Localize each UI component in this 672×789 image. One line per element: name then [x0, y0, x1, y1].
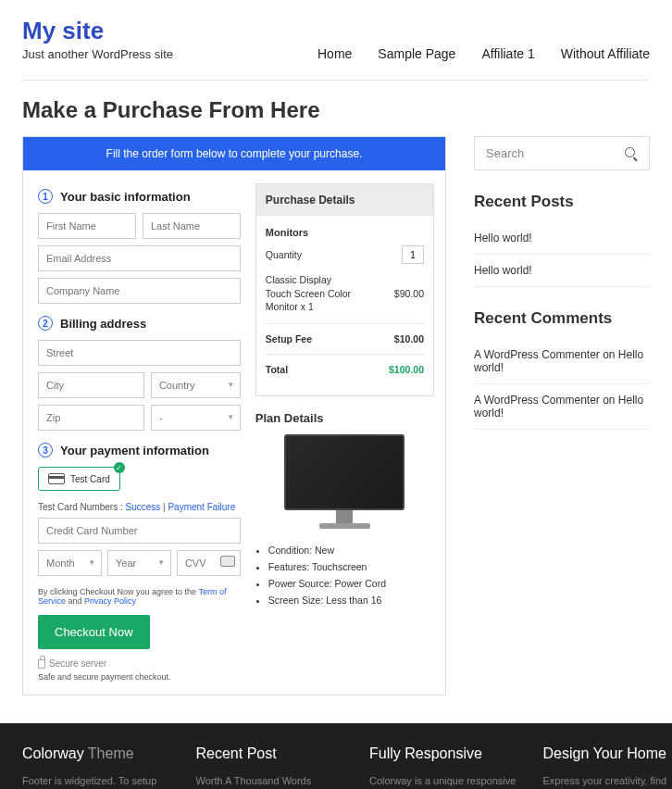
- basic-info-heading: Your basic information: [60, 190, 191, 204]
- product-group: Monitors: [266, 227, 424, 238]
- privacy-link[interactable]: Privacy Policy: [84, 596, 136, 606]
- footer: Colorway Theme Footer is widgetized. To …: [0, 723, 672, 789]
- safe-text: Safe and secure payment checkout.: [38, 672, 241, 682]
- recent-posts-heading: Recent Posts: [474, 193, 650, 211]
- email-input[interactable]: [38, 245, 241, 271]
- purchase-heading: Purchase Details: [256, 184, 433, 216]
- footer-col-text: Footer is widgetized. To setup the foote…: [22, 773, 174, 789]
- checkout-panel: Fill the order form below to complete yo…: [22, 136, 446, 695]
- footer-col-title: Fully Responsive: [369, 745, 521, 762]
- quantity-input[interactable]: [402, 245, 424, 264]
- legal-text: By clicking Checkout Now you agree to th…: [38, 587, 241, 606]
- recent-comment: A WordPress Commenter on Hello world!: [474, 384, 650, 430]
- bullet: Screen Size: Less than 16: [268, 593, 434, 609]
- first-name-input[interactable]: [38, 213, 136, 239]
- test-card-label: Test Card: [70, 474, 110, 484]
- comment-author-link[interactable]: A WordPress Commenter: [474, 348, 600, 361]
- step-3-icon: 3: [38, 443, 53, 457]
- search-icon[interactable]: [625, 147, 638, 160]
- quantity-label: Quantity: [266, 249, 302, 260]
- bullet: Features: Touchscreen: [268, 559, 434, 576]
- nav-affiliate-1[interactable]: Affiliate 1: [481, 46, 534, 61]
- nav-sample-page[interactable]: Sample Page: [378, 46, 455, 61]
- footer-col-title: Colorway: [22, 745, 84, 761]
- recent-comments-heading: Recent Comments: [474, 309, 650, 328]
- credit-card-input[interactable]: [38, 518, 241, 544]
- recent-post-link[interactable]: Hello world!: [474, 264, 532, 277]
- nav-home[interactable]: Home: [317, 46, 352, 61]
- success-link[interactable]: Success: [125, 502, 160, 512]
- checkout-banner: Fill the order form below to complete yo…: [23, 137, 445, 170]
- bullet: Condition: New: [268, 543, 434, 559]
- lock-icon: [38, 659, 45, 669]
- city-input[interactable]: [38, 372, 144, 398]
- last-name-input[interactable]: [143, 213, 241, 239]
- month-select[interactable]: [38, 550, 102, 576]
- footer-col-title: Recent Post: [196, 745, 348, 762]
- plan-heading: Plan Details: [255, 411, 434, 425]
- failure-link[interactable]: Payment Failure: [168, 502, 235, 512]
- site-tagline: Just another WordPress site: [22, 47, 173, 61]
- state-select[interactable]: [151, 405, 241, 431]
- setup-price: $10.00: [394, 333, 424, 344]
- checkout-button[interactable]: Checkout Now: [38, 615, 150, 649]
- comment-author-link[interactable]: A WordPress Commenter: [474, 394, 600, 407]
- recent-comment: A WordPress Commenter on Hello world!: [474, 339, 650, 384]
- nav-without-affiliate[interactable]: Without Affiliate: [561, 46, 650, 61]
- product-image: [284, 434, 404, 532]
- step-2-icon: 2: [38, 316, 53, 331]
- site-title[interactable]: My site: [22, 17, 173, 45]
- setup-label: Setup Fee: [266, 333, 312, 344]
- street-input[interactable]: [38, 340, 241, 366]
- page-title: Make a Purchase From Here: [0, 97, 672, 136]
- search-input[interactable]: Search: [474, 136, 650, 170]
- billing-heading: Billing address: [60, 317, 146, 331]
- payment-heading: Your payment information: [60, 444, 209, 457]
- footer-col-text: Colorway is a unique responsive WordPres…: [369, 773, 521, 789]
- zip-input[interactable]: [38, 405, 144, 431]
- purchase-details: Purchase Details Monitors Quantity Class…: [255, 183, 434, 396]
- country-select[interactable]: [151, 372, 241, 398]
- secure-label: Secure server: [49, 658, 106, 669]
- item-name: Classic Display Touch Screen Color Monit…: [266, 273, 358, 314]
- recent-post-link[interactable]: Hello world!: [474, 232, 532, 244]
- plan-bullets: Condition: New Features: Touchscreen Pow…: [255, 543, 434, 608]
- main-nav: Home Sample Page Affiliate 1 Without Aff…: [317, 46, 650, 61]
- total-label: Total: [266, 364, 288, 375]
- year-select[interactable]: [107, 550, 171, 576]
- total-price: $100.00: [389, 364, 424, 375]
- footer-col-text: Express your creativity, find inspiratio…: [543, 773, 673, 789]
- footer-col-text: Worth A Thousand Words Category Hierarch…: [196, 773, 348, 789]
- company-input[interactable]: [38, 278, 241, 304]
- item-price: $90.00: [394, 288, 424, 299]
- test-card-numbers: Test Card Numbers : Success | Payment Fa…: [38, 502, 241, 512]
- cvv-icon: [220, 556, 235, 567]
- footer-col-title: Design Your Home: [543, 745, 673, 762]
- step-1-icon: 1: [38, 189, 53, 204]
- test-card-option[interactable]: Test Card: [38, 467, 120, 491]
- card-icon: [48, 473, 65, 484]
- search-placeholder: Search: [486, 146, 524, 160]
- divider: [22, 80, 650, 81]
- bullet: Power Source: Power Cord: [268, 576, 434, 593]
